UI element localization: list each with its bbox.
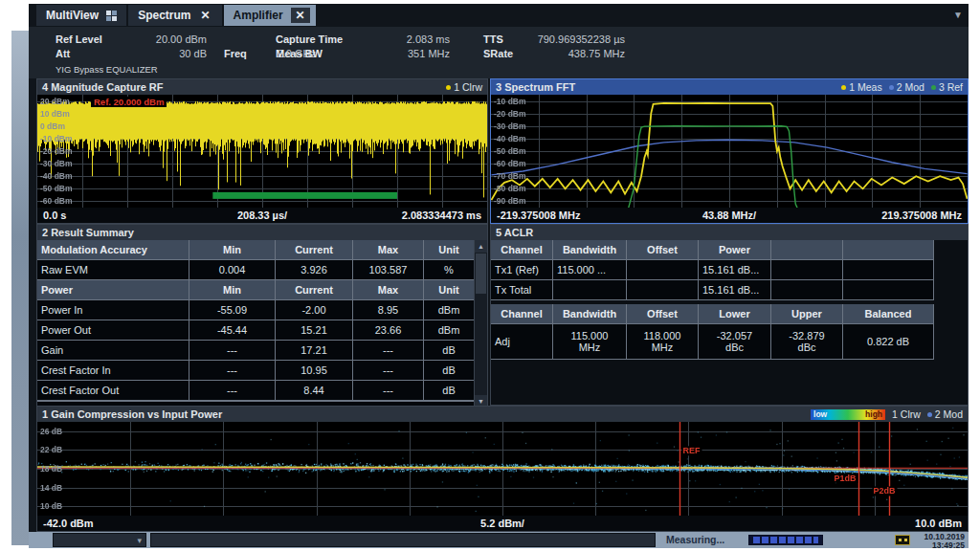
table-cell: Unit [424, 240, 475, 259]
table-cell: 23.66 [353, 320, 424, 340]
table-cell: 115.000 MHz [553, 324, 627, 359]
fft-plot[interactable]: -10 dBm-20 dBm-30 dBm-40 dBm-50 dBm-60 d… [491, 95, 968, 208]
table-cell: dB [424, 381, 475, 400]
window-aclr: 5 ACLR ChannelBandwidthOffsetPowerTx1 (R… [490, 224, 969, 406]
magnitude-window-titlebar[interactable]: 4 Magnitude Capture RF 1 Clrw [37, 79, 487, 95]
table-row: Power In-55.09-2.008.95dBm [37, 300, 475, 320]
table-cell: 0.822 dB [843, 324, 934, 359]
legend-entry: 3 Ref [931, 81, 963, 93]
gain-window-titlebar[interactable]: 1 Gain Compression vs Input Power low hi… [37, 407, 968, 422]
srate-label: SRate [483, 48, 527, 59]
table-cell: Unit [424, 280, 475, 299]
tts-value[interactable]: 790.969352238 µs [527, 33, 625, 45]
status-dropdown[interactable]: ▾ [53, 533, 146, 547]
close-icon[interactable]: ✕ [198, 9, 212, 22]
fft-window-titlebar[interactable]: 3 Spectrum FFT 1 Meas2 Mod3 Ref [491, 79, 968, 95]
table-cell: -2.00 [276, 300, 353, 320]
table-cell: dB [424, 361, 475, 380]
remote-control-icon [895, 535, 910, 545]
tab-amplifier[interactable]: Amplifier ✕ [224, 5, 316, 26]
fft-plot-canvas[interactable] [491, 95, 968, 208]
fft-window-title: 3 Spectrum FFT [496, 81, 575, 93]
magnitude-plot[interactable]: 20 dBm10 dBm0 dBm-10 dBm-20 dBm-30 dBm-4… [37, 95, 487, 208]
table-cell: Max [353, 240, 424, 259]
result-summary-scrollbar[interactable]: ▲ ▼ [474, 240, 487, 408]
close-icon[interactable]: ✕ [291, 8, 310, 23]
table-cell: Channel [491, 304, 553, 323]
table-cell: Min [189, 280, 276, 299]
table-cell: Tx Total [491, 280, 553, 299]
table-cell: Crest Factor Out [37, 381, 189, 400]
window-spectrum-fft: 3 Spectrum FFT 1 Meas2 Mod3 Ref -10 dBm-… [490, 78, 969, 224]
table-cell: 118.000 MHz [627, 324, 699, 359]
ref-level-value[interactable]: 20.00 dBm [119, 33, 207, 45]
table-cell: Upper [771, 304, 843, 323]
table-header-row: Modulation AccuracyMinCurrentMaxUnit [37, 240, 475, 260]
tab-spectrum[interactable]: Spectrum ✕ [128, 5, 221, 26]
table-row: Power Out-45.4415.2123.66dBm [37, 320, 475, 341]
x-axis-scale: 5.2 dBm/ [37, 518, 968, 529]
table-cell [771, 240, 843, 259]
table-cell: Bandwidth [553, 304, 627, 323]
table-cell: Tx1 (Ref) [491, 260, 553, 279]
table-cell [771, 280, 843, 299]
trace-color-dot [889, 85, 894, 90]
table-cell: --- [189, 381, 276, 400]
aclr-titlebar[interactable]: 5 ACLR [491, 225, 968, 240]
table-cell: Current [276, 280, 353, 299]
table-cell: Adj [491, 324, 553, 359]
table-cell: 15.161 dB... [699, 280, 771, 299]
table-cell: --- [189, 361, 276, 380]
yig-bypass-label: YIG Bypass EQUALIZER [56, 64, 158, 75]
srate-value[interactable]: 438.75 MHz [527, 48, 625, 59]
table-cell: dBm [424, 300, 475, 320]
capture-time-value[interactable]: 2.083 ms [364, 33, 450, 45]
legend-entry: 2 Mod [889, 81, 924, 93]
scroll-up-icon[interactable]: ▲ [475, 240, 487, 253]
ref-level-label: Ref Level [56, 33, 119, 45]
table-cell [553, 280, 627, 299]
table-row: Adj115.000 MHz118.000 MHz-32.057 dBc-32.… [491, 324, 934, 360]
result-summary-table: Modulation AccuracyMinCurrentMaxUnitRaw … [37, 240, 475, 401]
table-cell: --- [353, 341, 424, 360]
tab-multiview[interactable]: MultiView [36, 5, 126, 26]
table-cell: -55.09 [189, 300, 276, 320]
scrollbar-thumb[interactable] [476, 253, 486, 294]
window-result-summary: 2 Result Summary Modulation AccuracyMinC… [36, 224, 488, 406]
table-cell: Channel [491, 240, 553, 259]
status-message-panel [150, 533, 656, 547]
table-header-row: ChannelBandwidthOffsetLowerUpperBalanced [491, 304, 934, 324]
table-cell [843, 260, 934, 279]
gain-window-title: 1 Gain Compression vs Input Power [42, 408, 222, 420]
table-cell: -32.879 dBc [771, 324, 843, 359]
aclr-adjacent-table: ChannelBandwidthOffsetLowerUpperBalanced… [491, 304, 934, 360]
table-cell: Current [276, 240, 353, 259]
table-cell: 10.95 [276, 361, 353, 380]
gain-plot-canvas[interactable] [37, 422, 968, 516]
table-cell: 15.21 [276, 320, 353, 340]
table-row: Raw EVM0.0043.926103.587% [37, 260, 475, 280]
table-cell: Power In [37, 300, 189, 320]
table-cell: -32.057 dBc [699, 324, 771, 359]
table-cell: 8.95 [353, 300, 424, 320]
trace-color-dot [841, 85, 846, 90]
table-cell: Offset [627, 304, 699, 323]
status-bar: ▾ Measuring... 10.10.2019 13:49:25 [29, 532, 969, 548]
result-summary-titlebar[interactable]: 2 Result Summary [37, 225, 487, 240]
att-label: Att [56, 48, 119, 59]
table-cell: Power [699, 240, 771, 259]
chevron-down-icon[interactable]: ▼ [953, 10, 963, 20]
magnitude-plot-canvas[interactable] [37, 95, 487, 208]
meas-bw-value[interactable]: 351 MHz [364, 48, 450, 59]
gain-x-axis: -42.0 dBm 5.2 dBm/ 10.0 dBm [37, 516, 968, 531]
aclr-title: 5 ACLR [496, 227, 533, 238]
gain-plot[interactable]: 26 dB22 dB18 dB14 dB10 dB [37, 422, 968, 516]
att-value[interactable]: 30 dB [119, 48, 207, 59]
table-cell: Crest Factor In [37, 361, 189, 380]
meas-bw-label: Meas BW [276, 48, 364, 59]
magnitude-x-axis: 0.0 s 208.33 µs/ 2.083334473 ms [37, 208, 487, 223]
table-row: Crest Factor Out---8.44---dB [37, 381, 475, 401]
aclr-tx-table: ChannelBandwidthOffsetPowerTx1 (Ref)115.… [491, 240, 934, 300]
table-cell: Raw EVM [37, 260, 189, 279]
table-cell: 103.587 [353, 260, 424, 279]
